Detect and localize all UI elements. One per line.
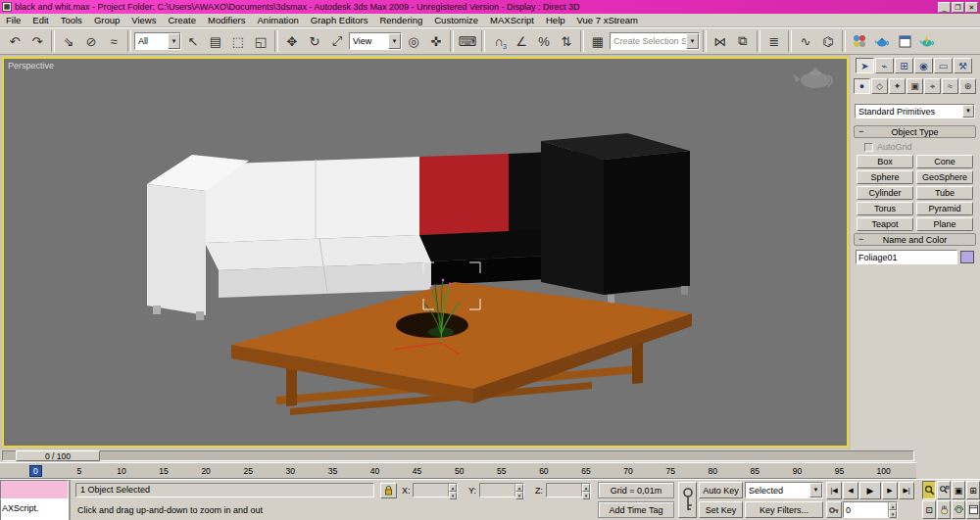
tab-display-icon[interactable]: ▭ — [934, 58, 953, 73]
x-input[interactable] — [414, 484, 448, 496]
chevron-down-icon[interactable]: ▼ — [686, 33, 699, 49]
next-frame-icon[interactable]: ▶ — [882, 482, 898, 499]
object-type-button-plane[interactable]: Plane — [916, 217, 973, 231]
close-button-icon[interactable]: ✕ — [965, 2, 978, 13]
time-slider-track[interactable] — [2, 450, 914, 461]
undo-icon[interactable]: ↶ — [4, 30, 25, 52]
menu-item-group[interactable]: Group — [88, 15, 125, 25]
primitives-dropdown[interactable]: Standard Primitives ▼ — [855, 104, 975, 118]
z-input[interactable] — [547, 484, 581, 496]
set-key-button[interactable]: Set Key — [699, 501, 743, 518]
reference-coordinate-dropdown[interactable]: View ▼ — [349, 32, 402, 50]
mirror-icon[interactable]: ⋈ — [710, 30, 731, 52]
object-type-button-tube[interactable]: Tube — [916, 186, 973, 200]
select-and-move-icon[interactable]: ✥ — [281, 30, 303, 52]
tab-create-icon[interactable]: ➤ — [856, 58, 874, 73]
menu-item-animation[interactable]: Animation — [252, 15, 305, 25]
y-spinner[interactable]: ▴▾ — [514, 484, 523, 496]
use-pivot-center-icon[interactable]: ◎ — [403, 30, 424, 52]
track-bar[interactable]: 0 5 10 15 20 25 30 35 40 45 50 55 60 65 … — [0, 462, 916, 479]
render-setup-icon[interactable] — [871, 30, 893, 52]
tab-utilities-icon[interactable]: ⚒ — [954, 58, 972, 73]
key-filters-button[interactable]: Key Filters... — [745, 501, 823, 518]
select-by-name-icon[interactable]: ▤ — [205, 30, 226, 52]
selection-filter-dropdown[interactable]: All ▼ — [134, 32, 181, 50]
object-type-button-cone[interactable]: Cone — [916, 155, 973, 168]
play-icon[interactable]: ▶ — [859, 482, 881, 499]
named-selection-set-dropdown[interactable]: Create Selection Set ▼ — [610, 32, 700, 50]
select-and-rotate-icon[interactable]: ↻ — [304, 30, 325, 52]
tab-hierarchy-icon[interactable]: ⊞ — [895, 58, 913, 73]
chevron-down-icon[interactable]: ▼ — [388, 33, 401, 49]
zoom-region-icon[interactable]: ⊡ — [922, 500, 936, 519]
frame-spinner[interactable]: ▴▾ — [888, 502, 897, 517]
arc-rotate-icon[interactable] — [952, 500, 965, 519]
current-frame-field[interactable]: ▴▾ — [843, 501, 898, 518]
chevron-down-icon[interactable]: ▼ — [168, 33, 180, 49]
x-coordinate-field[interactable]: ▴▾ — [413, 483, 458, 497]
category-shapes-icon[interactable]: ◇ — [871, 78, 888, 94]
unlink-selection-icon[interactable]: ⊘ — [80, 30, 102, 52]
maxscript-mini-listener[interactable]: AXScript. — [0, 480, 71, 520]
goto-end-icon[interactable]: ▶| — [899, 482, 914, 499]
object-type-rollout[interactable]: − Object Type — [854, 125, 976, 138]
y-coordinate-field[interactable]: ▴▾ — [479, 483, 524, 497]
set-keys-icon[interactable] — [678, 482, 697, 518]
menu-item-customize[interactable]: Customize — [428, 15, 484, 25]
angle-snap-icon[interactable]: ∠ — [511, 30, 532, 52]
layer-manager-icon[interactable]: ≣ — [763, 30, 785, 52]
window-crossing-icon[interactable]: ◱ — [250, 30, 271, 52]
key-mode-dropdown[interactable]: Selected ▼ — [745, 482, 823, 498]
viewport-label[interactable]: Perspective — [8, 61, 54, 71]
macro-recorder-row[interactable] — [0, 480, 69, 499]
listener-row[interactable]: AXScript. — [0, 499, 69, 520]
menu-item-maxscript[interactable]: MAXScript — [484, 15, 540, 25]
goto-start-icon[interactable]: |◀ — [826, 482, 842, 499]
menu-item-rendering[interactable]: Rendering — [373, 15, 428, 25]
select-and-manipulate-icon[interactable]: ✜ — [425, 30, 447, 52]
zoom-extents-all-icon[interactable]: ⊞ — [966, 481, 980, 499]
percent-snap-icon[interactable]: % — [533, 30, 555, 52]
menu-item-views[interactable]: Views — [125, 15, 162, 25]
object-type-button-geosphere[interactable]: GeoSphere — [916, 170, 973, 184]
object-type-button-torus[interactable]: Torus — [857, 202, 913, 215]
category-cameras-icon[interactable]: ▣ — [906, 78, 923, 94]
zoom-extents-icon[interactable]: ▣ — [952, 481, 965, 499]
object-type-button-teapot[interactable]: Teapot — [857, 217, 913, 231]
time-slider-handle[interactable]: 0 / 100 — [16, 450, 100, 461]
object-name-field[interactable] — [856, 250, 957, 264]
name-color-rollout[interactable]: − Name and Color — [854, 233, 976, 246]
object-type-button-box[interactable]: Box — [857, 155, 913, 168]
scene-canvas[interactable] — [4, 59, 847, 446]
material-editor-icon[interactable] — [849, 30, 870, 52]
category-helpers-icon[interactable]: ⌖ — [924, 78, 941, 94]
maximize-viewport-icon[interactable] — [966, 500, 980, 519]
menu-item-edit[interactable]: Edit — [26, 15, 54, 25]
menu-item-graph-editors[interactable]: Graph Editors — [305, 15, 374, 25]
spinner-snap-icon[interactable]: ⇅ — [556, 30, 577, 52]
edit-named-sets-icon[interactable]: ▦ — [587, 30, 609, 52]
y-input[interactable] — [480, 484, 514, 496]
tab-modify-icon[interactable]: ⌁ — [875, 58, 894, 73]
quick-render-icon[interactable] — [916, 30, 938, 52]
menu-item-modifiers[interactable]: Modifiers — [202, 15, 252, 25]
zoom-all-icon[interactable] — [937, 481, 951, 499]
x-spinner[interactable]: ▴▾ — [448, 484, 457, 496]
selection-lock-icon[interactable] — [380, 483, 397, 498]
keyboard-override-icon[interactable]: ⌨ — [457, 30, 478, 52]
z-coordinate-field[interactable]: ▴▾ — [546, 483, 591, 497]
select-object-icon[interactable]: ↖ — [182, 30, 204, 52]
menu-item-create[interactable]: Create — [162, 15, 202, 25]
schematic-view-icon[interactable]: ⌬ — [817, 30, 839, 52]
menu-item-vue-xstream[interactable]: Vue 7 xStream — [571, 15, 644, 25]
autogrid-checkbox[interactable] — [864, 143, 873, 152]
pan-hand-icon[interactable] — [937, 500, 951, 519]
category-lights-icon[interactable]: ✦ — [889, 78, 906, 94]
align-icon[interactable]: ⧉ — [732, 30, 754, 52]
curve-editor-icon[interactable]: ∿ — [795, 30, 816, 52]
redo-icon[interactable]: ↷ — [26, 30, 48, 52]
frame-tick-current[interactable]: 0 — [29, 465, 42, 477]
render-frame-window-icon[interactable] — [894, 30, 915, 52]
frame-number-input[interactable] — [844, 502, 888, 517]
select-and-link-icon[interactable]: ⇘ — [58, 30, 79, 52]
